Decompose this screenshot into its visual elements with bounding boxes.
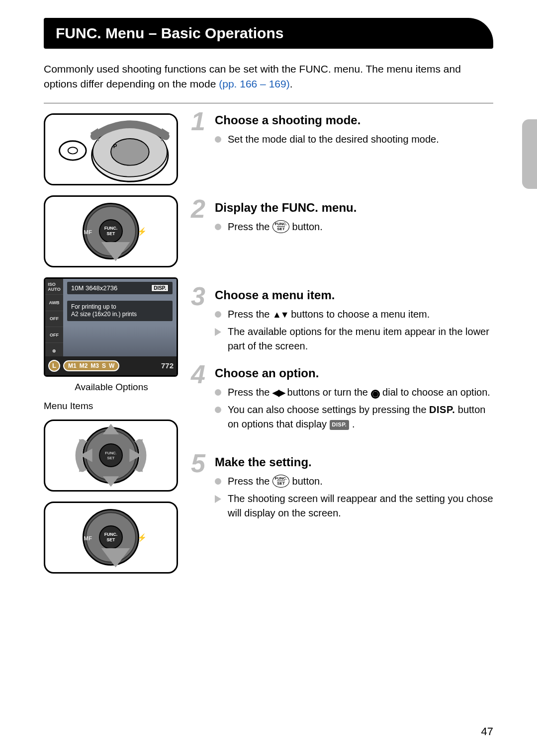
page-title: FUNC. Menu – Basic Operations: [44, 18, 493, 49]
step-number: 1: [191, 106, 205, 136]
step-number: 4: [191, 359, 205, 389]
step-bullet: Press the FUNC.SET button.: [215, 220, 493, 234]
page-ref-link[interactable]: (pp. 166 – 169): [219, 78, 289, 89]
bullet-text: buttons or turn the: [287, 387, 371, 398]
bullet-text: Press the: [228, 309, 272, 320]
size-options-pill: M1 M2 M3 S W: [63, 360, 119, 371]
step-2: 2 Display the FUNC. menu. Press the FUNC…: [194, 201, 493, 275]
step-title: Choose an option.: [215, 366, 493, 380]
size-opt: M3: [90, 362, 99, 369]
arrow-pad-illustration: FUNC. SET: [44, 420, 178, 492]
side-tab: [522, 119, 537, 189]
size-L-icon: L: [48, 360, 60, 372]
divider: [44, 103, 493, 103]
page-number: 47: [481, 725, 493, 738]
available-options-caption: Available Options: [44, 382, 179, 393]
svg-text:SET: SET: [107, 537, 115, 542]
screen-resolution-box: 10M 3648x2736 DISP.: [67, 282, 173, 294]
size-opt: M2: [80, 362, 88, 369]
menu-item: OFF: [45, 327, 63, 343]
steps-column: 1 Choose a shooting mode. Set the mode d…: [194, 113, 493, 584]
mode-dial-illustration: P: [44, 113, 178, 185]
step-title: Make the setting.: [215, 455, 493, 469]
step-bullet: Press the ▲▼ buttons to choose a menu it…: [215, 307, 493, 322]
svg-text:FUNC.: FUNC.: [105, 451, 116, 455]
intro-paragraph: Commonly used shooting functions can be …: [44, 62, 493, 92]
intro-text-b: .: [290, 78, 293, 89]
step-number: 5: [191, 448, 205, 478]
func-button-illustration: FUNC. SET ⚡ MF: [44, 195, 178, 267]
svg-text:MF: MF: [84, 229, 92, 235]
step-bullet: You can also choose settings by pressing…: [215, 403, 493, 431]
disp-badge-icon: DISP.: [330, 420, 350, 430]
svg-text:⚡: ⚡: [137, 227, 147, 236]
func-set-icon: FUNC.SET: [272, 475, 289, 488]
up-down-icon: ▲▼: [272, 308, 288, 321]
bullet-text: Press the: [228, 221, 272, 232]
svg-text:FUNC.: FUNC.: [104, 532, 117, 537]
illustration-column: P FUNC. SET ⚡ MF IS: [44, 113, 179, 584]
svg-text:SET: SET: [107, 231, 115, 236]
bullet-text: buttons to choose a menu item.: [291, 309, 430, 320]
step-title: Display the FUNC. menu.: [215, 201, 493, 215]
step-4: 4 Choose an option. Press the ◀▶ buttons…: [194, 366, 493, 431]
step-result: The shooting screen will reappear and th…: [215, 492, 493, 520]
shots-remaining: 772: [161, 361, 174, 370]
content-row: P FUNC. SET ⚡ MF IS: [44, 113, 493, 584]
step-5: 5 Make the setting. Press the FUNC.SET b…: [194, 455, 493, 520]
step-bullet: Press the ◀▶ buttons or turn the dial to…: [215, 385, 493, 400]
step-bullet: Set the mode dial to the desired shootin…: [215, 132, 493, 147]
step-title: Choose a shooting mode.: [215, 113, 493, 127]
resolution-text: 10M 3648x2736: [71, 284, 117, 292]
disp-pill: DISP.: [151, 284, 169, 292]
desc-line-1: For printing up to: [71, 303, 116, 310]
screen-description-box: For printing up to A2 size (16x20 in.) p…: [67, 301, 173, 321]
bullet-text: You can also choose settings by pressing…: [228, 404, 429, 415]
size-opt: M1: [68, 362, 77, 369]
screen-options-bar: L M1 M2 M3 S W 772: [45, 356, 177, 375]
step-title: Choose a menu item.: [215, 288, 493, 302]
size-opt: S: [102, 362, 106, 369]
bullet-text: .: [352, 419, 355, 429]
bullet-text: button.: [292, 221, 323, 232]
left-right-icon: ◀▶: [272, 386, 284, 399]
menu-item: ISOAUTO: [45, 279, 63, 295]
bullet-text: Press the: [228, 387, 272, 398]
svg-text:P: P: [113, 143, 117, 149]
svg-point-3: [111, 139, 149, 166]
svg-text:⚡: ⚡: [137, 533, 147, 542]
svg-text:FUNC.: FUNC.: [104, 226, 117, 231]
func-button-illustration-2: FUNC. SET ⚡ MF: [44, 502, 178, 574]
desc-line-2: A2 size (16x20 in.) prints: [71, 311, 137, 318]
size-opt: W: [109, 362, 114, 369]
control-dial-icon: [371, 390, 380, 399]
menu-item: AWB: [45, 295, 63, 311]
screen-preview: 10M 3648x2736 DISP. For printing up to A…: [63, 279, 177, 356]
step-number: 3: [191, 281, 205, 311]
disp-text-icon: DISP.: [429, 404, 455, 415]
svg-text:MF: MF: [84, 535, 92, 541]
bullet-text: dial to choose an option.: [382, 387, 490, 398]
bullet-text: Press the: [228, 476, 272, 487]
step-1: 1 Choose a shooting mode. Set the mode d…: [194, 113, 493, 188]
func-set-icon: FUNC.SET: [272, 220, 289, 233]
svg-text:SET: SET: [107, 456, 115, 460]
step-3: 3 Choose a menu item. Press the ▲▼ butto…: [194, 288, 493, 353]
step-bullet: Press the FUNC.SET button.: [215, 474, 493, 489]
svg-point-8: [68, 147, 78, 154]
step-number: 2: [191, 194, 205, 224]
menu-items-caption: Menu Items: [44, 401, 179, 412]
step-result: The available options for the menu item …: [215, 325, 493, 353]
lcd-screen-illustration: ISOAUTO AWB OFF OFF ⊕ ▢ 10M 3648x2736 DI…: [44, 277, 178, 377]
menu-item: OFF: [45, 311, 63, 327]
bullet-text: button.: [292, 476, 323, 487]
